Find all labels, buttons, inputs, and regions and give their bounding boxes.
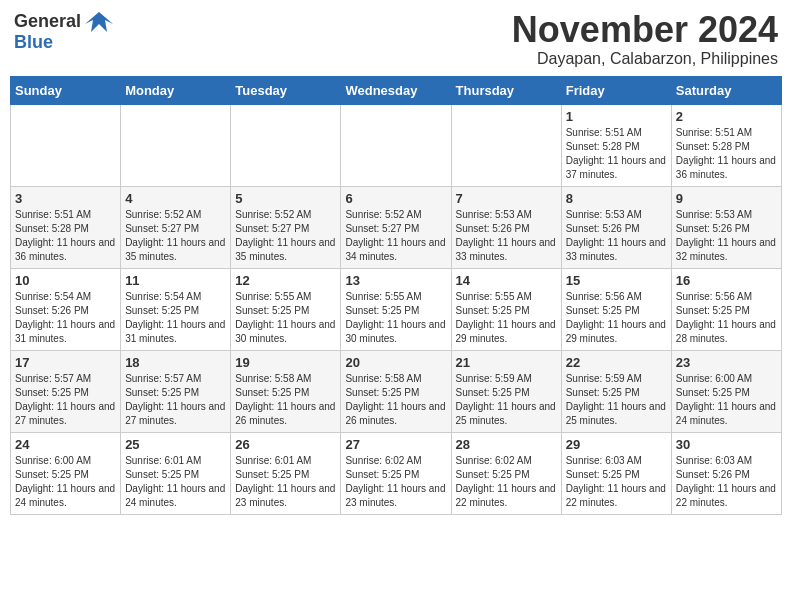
day-info: Sunrise: 5:54 AM Sunset: 5:26 PM Dayligh…	[15, 290, 116, 346]
logo-blue-text: Blue	[14, 32, 53, 52]
day-info: Sunrise: 5:57 AM Sunset: 5:25 PM Dayligh…	[15, 372, 116, 428]
day-info: Sunrise: 5:52 AM Sunset: 5:27 PM Dayligh…	[345, 208, 446, 264]
day-info: Sunrise: 5:52 AM Sunset: 5:27 PM Dayligh…	[235, 208, 336, 264]
calendar-day-13: 13Sunrise: 5:55 AM Sunset: 5:25 PM Dayli…	[341, 268, 451, 350]
calendar-day-17: 17Sunrise: 5:57 AM Sunset: 5:25 PM Dayli…	[11, 350, 121, 432]
day-number: 10	[15, 273, 116, 288]
day-number: 23	[676, 355, 777, 370]
location-subtitle: Dayapan, Calabarzon, Philippines	[512, 50, 778, 68]
day-info: Sunrise: 6:02 AM Sunset: 5:25 PM Dayligh…	[345, 454, 446, 510]
calendar-day-2: 2Sunrise: 5:51 AM Sunset: 5:28 PM Daylig…	[671, 104, 781, 186]
page-header: General Blue November 2024 Dayapan, Cala…	[10, 10, 782, 68]
day-info: Sunrise: 5:55 AM Sunset: 5:25 PM Dayligh…	[235, 290, 336, 346]
calendar-day-3: 3Sunrise: 5:51 AM Sunset: 5:28 PM Daylig…	[11, 186, 121, 268]
weekday-header-row: SundayMondayTuesdayWednesdayThursdayFrid…	[11, 76, 782, 104]
day-number: 9	[676, 191, 777, 206]
day-info: Sunrise: 5:53 AM Sunset: 5:26 PM Dayligh…	[566, 208, 667, 264]
calendar-day-20: 20Sunrise: 5:58 AM Sunset: 5:25 PM Dayli…	[341, 350, 451, 432]
day-info: Sunrise: 5:53 AM Sunset: 5:26 PM Dayligh…	[456, 208, 557, 264]
day-info: Sunrise: 5:56 AM Sunset: 5:25 PM Dayligh…	[676, 290, 777, 346]
calendar-day-30: 30Sunrise: 6:03 AM Sunset: 5:26 PM Dayli…	[671, 432, 781, 514]
day-number: 7	[456, 191, 557, 206]
calendar-table: SundayMondayTuesdayWednesdayThursdayFrid…	[10, 76, 782, 515]
svg-marker-0	[85, 12, 113, 32]
day-number: 2	[676, 109, 777, 124]
day-number: 4	[125, 191, 226, 206]
calendar-week-5: 24Sunrise: 6:00 AM Sunset: 5:25 PM Dayli…	[11, 432, 782, 514]
day-number: 20	[345, 355, 446, 370]
day-number: 19	[235, 355, 336, 370]
day-info: Sunrise: 5:51 AM Sunset: 5:28 PM Dayligh…	[566, 126, 667, 182]
day-info: Sunrise: 5:57 AM Sunset: 5:25 PM Dayligh…	[125, 372, 226, 428]
day-info: Sunrise: 5:51 AM Sunset: 5:28 PM Dayligh…	[676, 126, 777, 182]
weekday-header-sunday: Sunday	[11, 76, 121, 104]
day-number: 27	[345, 437, 446, 452]
calendar-day-16: 16Sunrise: 5:56 AM Sunset: 5:25 PM Dayli…	[671, 268, 781, 350]
logo: General Blue	[14, 10, 113, 53]
calendar-week-2: 3Sunrise: 5:51 AM Sunset: 5:28 PM Daylig…	[11, 186, 782, 268]
day-info: Sunrise: 5:54 AM Sunset: 5:25 PM Dayligh…	[125, 290, 226, 346]
calendar-day-1: 1Sunrise: 5:51 AM Sunset: 5:28 PM Daylig…	[561, 104, 671, 186]
day-number: 11	[125, 273, 226, 288]
day-number: 21	[456, 355, 557, 370]
calendar-day-7: 7Sunrise: 5:53 AM Sunset: 5:26 PM Daylig…	[451, 186, 561, 268]
day-info: Sunrise: 5:55 AM Sunset: 5:25 PM Dayligh…	[456, 290, 557, 346]
day-number: 6	[345, 191, 446, 206]
empty-cell	[451, 104, 561, 186]
calendar-day-25: 25Sunrise: 6:01 AM Sunset: 5:25 PM Dayli…	[121, 432, 231, 514]
weekday-header-wednesday: Wednesday	[341, 76, 451, 104]
day-info: Sunrise: 6:00 AM Sunset: 5:25 PM Dayligh…	[15, 454, 116, 510]
day-number: 17	[15, 355, 116, 370]
calendar-day-9: 9Sunrise: 5:53 AM Sunset: 5:26 PM Daylig…	[671, 186, 781, 268]
day-number: 14	[456, 273, 557, 288]
day-info: Sunrise: 5:52 AM Sunset: 5:27 PM Dayligh…	[125, 208, 226, 264]
weekday-header-friday: Friday	[561, 76, 671, 104]
day-info: Sunrise: 6:03 AM Sunset: 5:26 PM Dayligh…	[676, 454, 777, 510]
day-info: Sunrise: 5:59 AM Sunset: 5:25 PM Dayligh…	[456, 372, 557, 428]
calendar-day-22: 22Sunrise: 5:59 AM Sunset: 5:25 PM Dayli…	[561, 350, 671, 432]
calendar-day-8: 8Sunrise: 5:53 AM Sunset: 5:26 PM Daylig…	[561, 186, 671, 268]
calendar-day-10: 10Sunrise: 5:54 AM Sunset: 5:26 PM Dayli…	[11, 268, 121, 350]
calendar-day-26: 26Sunrise: 6:01 AM Sunset: 5:25 PM Dayli…	[231, 432, 341, 514]
title-block: November 2024 Dayapan, Calabarzon, Phili…	[512, 10, 778, 68]
calendar-day-27: 27Sunrise: 6:02 AM Sunset: 5:25 PM Dayli…	[341, 432, 451, 514]
calendar-day-15: 15Sunrise: 5:56 AM Sunset: 5:25 PM Dayli…	[561, 268, 671, 350]
calendar-day-6: 6Sunrise: 5:52 AM Sunset: 5:27 PM Daylig…	[341, 186, 451, 268]
calendar-day-11: 11Sunrise: 5:54 AM Sunset: 5:25 PM Dayli…	[121, 268, 231, 350]
calendar-day-4: 4Sunrise: 5:52 AM Sunset: 5:27 PM Daylig…	[121, 186, 231, 268]
calendar-week-1: 1Sunrise: 5:51 AM Sunset: 5:28 PM Daylig…	[11, 104, 782, 186]
day-number: 13	[345, 273, 446, 288]
day-number: 24	[15, 437, 116, 452]
day-info: Sunrise: 5:55 AM Sunset: 5:25 PM Dayligh…	[345, 290, 446, 346]
day-info: Sunrise: 5:56 AM Sunset: 5:25 PM Dayligh…	[566, 290, 667, 346]
day-number: 15	[566, 273, 667, 288]
calendar-day-23: 23Sunrise: 6:00 AM Sunset: 5:25 PM Dayli…	[671, 350, 781, 432]
calendar-day-18: 18Sunrise: 5:57 AM Sunset: 5:25 PM Dayli…	[121, 350, 231, 432]
calendar-week-4: 17Sunrise: 5:57 AM Sunset: 5:25 PM Dayli…	[11, 350, 782, 432]
calendar-week-3: 10Sunrise: 5:54 AM Sunset: 5:26 PM Dayli…	[11, 268, 782, 350]
empty-cell	[341, 104, 451, 186]
day-info: Sunrise: 5:53 AM Sunset: 5:26 PM Dayligh…	[676, 208, 777, 264]
logo-general-text: General	[14, 11, 81, 32]
day-info: Sunrise: 6:00 AM Sunset: 5:25 PM Dayligh…	[676, 372, 777, 428]
day-number: 28	[456, 437, 557, 452]
day-info: Sunrise: 5:51 AM Sunset: 5:28 PM Dayligh…	[15, 208, 116, 264]
calendar-day-28: 28Sunrise: 6:02 AM Sunset: 5:25 PM Dayli…	[451, 432, 561, 514]
day-number: 30	[676, 437, 777, 452]
logo-bird-icon	[85, 10, 113, 32]
day-info: Sunrise: 5:58 AM Sunset: 5:25 PM Dayligh…	[345, 372, 446, 428]
day-number: 3	[15, 191, 116, 206]
day-number: 26	[235, 437, 336, 452]
day-number: 8	[566, 191, 667, 206]
weekday-header-saturday: Saturday	[671, 76, 781, 104]
day-number: 12	[235, 273, 336, 288]
day-number: 1	[566, 109, 667, 124]
day-number: 22	[566, 355, 667, 370]
day-info: Sunrise: 6:03 AM Sunset: 5:25 PM Dayligh…	[566, 454, 667, 510]
weekday-header-monday: Monday	[121, 76, 231, 104]
calendar-day-12: 12Sunrise: 5:55 AM Sunset: 5:25 PM Dayli…	[231, 268, 341, 350]
day-number: 5	[235, 191, 336, 206]
calendar-day-21: 21Sunrise: 5:59 AM Sunset: 5:25 PM Dayli…	[451, 350, 561, 432]
day-info: Sunrise: 6:02 AM Sunset: 5:25 PM Dayligh…	[456, 454, 557, 510]
calendar-day-5: 5Sunrise: 5:52 AM Sunset: 5:27 PM Daylig…	[231, 186, 341, 268]
